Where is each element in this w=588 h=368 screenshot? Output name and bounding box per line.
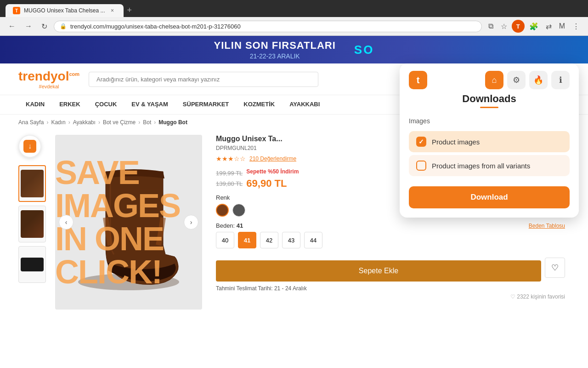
size-41[interactable]: 41 (238, 232, 256, 248)
forward-button[interactable]: → (22, 20, 35, 32)
banner-main-text: YILIN SON FIRSATLARI (214, 40, 336, 52)
thumb-boot-image-3 (21, 258, 44, 271)
breadcrumb-ayakkabi[interactable]: Ayakkabı (73, 119, 96, 126)
sync-button[interactable]: ⇄ (543, 20, 554, 33)
breadcrumb-bot[interactable]: Bot (143, 119, 151, 126)
tab-close-button[interactable]: × (109, 7, 116, 14)
popup-home-button[interactable]: ⌂ (485, 71, 503, 89)
price-crossed: 139,80 TL (216, 180, 243, 187)
size-buttons: 40 41 42 43 44 (216, 232, 565, 248)
page-content: YILIN SON FIRSATLARI 21-22-23 ARALIK SO … (0, 36, 588, 368)
lock-icon: 🔒 (60, 23, 67, 29)
extensions-button[interactable]: ⧉ (486, 20, 496, 33)
next-image-button[interactable]: › (184, 215, 198, 230)
size-42[interactable]: 42 (260, 232, 278, 248)
popup-title: Downloads (409, 93, 570, 105)
address-bar[interactable]: 🔒 trendyol.com/muggo/unisex-taba-chelsea… (54, 21, 482, 32)
nav-supermarket[interactable]: SÜPERMARKET (175, 95, 236, 114)
top-banner: YILIN SON FIRSATLARI 21-22-23 ARALIK SO (0, 36, 588, 63)
tab-title: MUGGO Unisex Taba Chelsea ... (24, 7, 105, 14)
url-text: trendyol.com/muggo/unisex-taba-chelsea-b… (70, 23, 241, 30)
main-product-image: ‹ (55, 135, 202, 310)
logo-text: trendyolcom (18, 69, 79, 84)
breadcrumb-home[interactable]: Ana Sayfa (18, 119, 44, 126)
search-input[interactable] (89, 72, 318, 87)
back-button[interactable]: ← (6, 20, 18, 32)
logo-tag: #evdekal (39, 84, 59, 89)
popup-title-area: Downloads (400, 93, 579, 115)
breadcrumb-bot-cizme[interactable]: Bot ve Çizme (103, 119, 136, 126)
nav-kozmetik[interactable]: KOZMETİK (236, 95, 282, 114)
thumb-2[interactable] (18, 206, 46, 242)
popup-info-button[interactable]: ℹ (551, 71, 570, 89)
extensions-puzzle-button[interactable]: 🧩 (526, 20, 541, 33)
info-icon: ℹ (559, 75, 562, 85)
menu-button[interactable]: M (556, 20, 568, 33)
boot-svg (64, 144, 193, 300)
color-swatch-2[interactable] (232, 204, 245, 217)
size-section: Beden: 41 Beden Tablosu 40 41 42 43 44 (216, 222, 565, 248)
discount-badge: Sepette %50 İndirim (246, 168, 299, 175)
popup-option-1-text: Product images (432, 138, 480, 146)
more-button[interactable]: ⋮ (570, 20, 582, 33)
main-image-container: ‹ (55, 135, 202, 310)
wishlist-button[interactable]: ♡ (545, 258, 565, 278)
size-label: Beden: 41 (216, 222, 243, 229)
new-tab-button[interactable]: + (124, 4, 136, 17)
size-40[interactable]: 40 (216, 232, 234, 248)
popup-fire-button[interactable]: 🔥 (529, 71, 548, 89)
product-stars: ★★★☆☆ (216, 155, 246, 162)
checkbox-all-variants[interactable] (416, 161, 426, 171)
popup-option-product-images[interactable]: Product images (409, 131, 570, 152)
home-icon: ⌂ (492, 75, 497, 85)
popup-download-button[interactable]: Download (409, 186, 570, 208)
add-to-cart-button[interactable]: Sepete Ekle (216, 260, 541, 282)
download-float-button[interactable]: ↓ (18, 135, 41, 158)
browser-chrome: T MUGGO Unisex Taba Chelsea ... × + (0, 0, 588, 17)
breadcrumb-current: Muggo Bot (158, 119, 187, 126)
prev-image-button[interactable]: ‹ (59, 215, 74, 230)
popup-option-all-variants[interactable]: Product images from all variants (409, 155, 570, 176)
thumbnails: ↓ (18, 135, 46, 310)
review-count[interactable]: 210 Değerlendirme (249, 155, 296, 162)
popup-settings-button[interactable]: ⚙ (507, 71, 526, 89)
nav-kadin[interactable]: KADIN (18, 95, 52, 114)
toolbar-icons: ⧉ ☆ T 🧩 ⇄ M ⋮ (486, 20, 582, 33)
bookmark-button[interactable]: ☆ (498, 20, 510, 33)
gear-icon: ⚙ (513, 75, 520, 85)
color-label: Renk (216, 194, 230, 201)
nav-cocuk[interactable]: ÇOCUK (88, 95, 124, 114)
thumb-boot-image-2 (21, 210, 44, 238)
downloads-popup: t ⌂ ⚙ 🔥 ℹ Downloads Images (400, 63, 579, 218)
logo-area: trendyolcom #evdekal (18, 69, 79, 89)
price-old: 199,99 TL (216, 170, 243, 177)
thumb-3[interactable] (18, 246, 46, 283)
checkbox-product-images[interactable] (416, 137, 426, 147)
price-new: 69,90 TL (246, 178, 287, 190)
breadcrumb-kadin[interactable]: Kadın (51, 119, 65, 126)
popup-option-2-text: Product images from all variants (432, 162, 530, 170)
nav-ev-yasam[interactable]: EV & YAŞAM (124, 95, 175, 114)
favorites-text: ♡ 2322 kişinin favorisi (216, 293, 565, 300)
nav-ayakkabi[interactable]: AYAKKABI (282, 95, 327, 114)
browser-tabs: T MUGGO Unisex Taba Chelsea ... × + (6, 4, 582, 17)
thumb-1[interactable] (18, 165, 46, 202)
add-to-cart-row: Sepete Ekle ♡ (216, 254, 565, 282)
nav-erkek[interactable]: ERKEK (52, 95, 88, 114)
refresh-button[interactable]: ↻ (39, 20, 50, 33)
popup-header: t ⌂ ⚙ 🔥 ℹ (400, 63, 579, 93)
banner-dates: 21-22-23 ARALIK (214, 52, 336, 60)
banner-sale: SO (354, 43, 374, 57)
active-tab[interactable]: T MUGGO Unisex Taba Chelsea ... × (6, 4, 124, 17)
delivery-text: Tahmini Teslimat Tarihi: 21 - 24 Aralık (216, 285, 565, 292)
popup-logo: t (409, 71, 427, 89)
size-44[interactable]: 44 (304, 232, 322, 248)
tab-favicon: T (13, 7, 20, 14)
size-table-link[interactable]: Beden Tablosu (529, 223, 565, 229)
profile-button[interactable]: T (512, 20, 525, 33)
fire-icon: 🔥 (533, 75, 543, 85)
size-43[interactable]: 43 (282, 232, 300, 248)
color-swatch-1[interactable] (216, 204, 229, 217)
browser-toolbar: ← → ↻ 🔒 trendyol.com/muggo/unisex-taba-c… (0, 17, 588, 36)
popup-images-label: Images (400, 115, 579, 128)
